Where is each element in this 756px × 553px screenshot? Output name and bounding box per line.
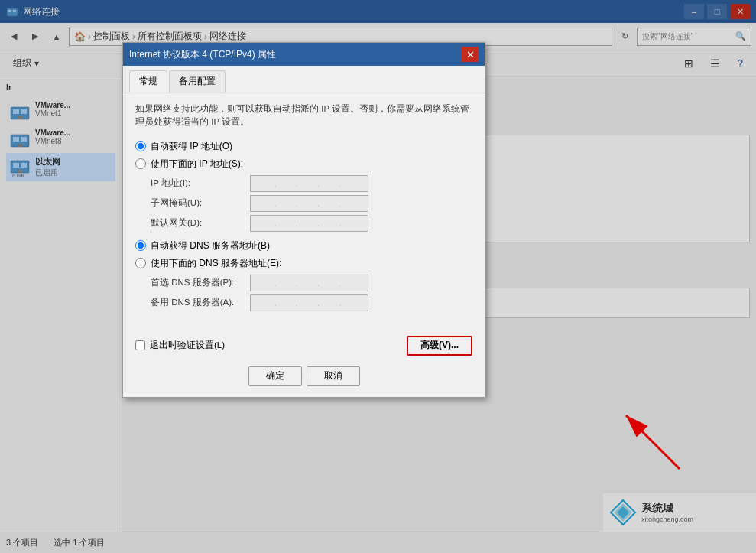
alternate-dns-input[interactable]: . . . . — [250, 294, 368, 311]
manual-dns-label: 使用下面的 DNS 服务器地址(E): — [151, 257, 281, 270]
auto-dns-label: 自动获得 DNS 服务器地址(B) — [151, 239, 270, 252]
dialog-close-button[interactable]: ✕ — [462, 47, 479, 62]
gateway-input[interactable]: . . . . — [250, 215, 368, 232]
auto-ip-radio[interactable] — [135, 141, 146, 151]
alternate-dns-label: 备用 DNS 服务器(A): — [151, 297, 250, 308]
auto-ip-group: 自动获得 IP 地址(O) — [135, 140, 472, 153]
auto-ip-radio-label[interactable]: 自动获得 IP 地址(O) — [135, 140, 472, 153]
advanced-button[interactable]: 高级(V)... — [407, 336, 472, 356]
dialog-btn-row: 退出时验证设置(L) 高级(V)... — [123, 328, 485, 366]
dns-fields: 首选 DNS 服务器(P): . . . . 备用 DNS 服务器(A): . … — [151, 275, 472, 311]
dns-section: 自动获得 DNS 服务器地址(B) 使用下面的 DNS 服务器地址(E): 首选… — [135, 239, 472, 311]
subnet-input[interactable]: . . . . — [250, 195, 368, 212]
dialog-title-bar: Internet 协议版本 4 (TCP/IPv4) 属性 ✕ — [123, 43, 485, 66]
ok-button[interactable]: 确定 — [248, 366, 302, 386]
validate-checkbox[interactable] — [135, 340, 145, 350]
auto-dns-radio[interactable] — [135, 240, 146, 251]
manual-ip-group: 使用下面的 IP 地址(S): — [135, 158, 472, 171]
tab-bar: 常规 备用配置 — [123, 66, 485, 93]
manual-dns-radio-label[interactable]: 使用下面的 DNS 服务器地址(E): — [135, 257, 472, 270]
alternate-dns-row: 备用 DNS 服务器(A): . . . . — [151, 294, 472, 311]
dialog-description: 如果网络支持此功能，则可以获取自动指派的 IP 设置。否则，你需要从网络系统管理… — [135, 102, 472, 129]
auto-ip-label: 自动获得 IP 地址(O) — [151, 140, 232, 153]
auto-dns-group: 自动获得 DNS 服务器地址(B) — [135, 239, 472, 252]
manual-ip-radio[interactable] — [135, 158, 146, 169]
ip-fields: IP 地址(I): . . . . 子网掩码(U): . . . . 默认网关(… — [151, 175, 472, 232]
preferred-dns-row: 首选 DNS 服务器(P): . . . . — [151, 275, 472, 291]
manual-dns-radio[interactable] — [135, 258, 146, 268]
tcpip-dialog: Internet 协议版本 4 (TCP/IPv4) 属性 ✕ 常规 备用配置 … — [122, 42, 485, 398]
ip-address-label: IP 地址(I): — [151, 177, 250, 189]
preferred-dns-label: 首选 DNS 服务器(P): — [151, 277, 250, 288]
dialog-confirm-row: 确定 取消 — [123, 366, 485, 397]
main-window: 网络连接 – □ ✕ ◀ ▶ ▲ 🏠 › 控制面板 › 所有控制面板项 › 网络… — [0, 0, 756, 553]
tab-general[interactable]: 常规 — [129, 70, 167, 93]
auto-dns-radio-label[interactable]: 自动获得 DNS 服务器地址(B) — [135, 239, 472, 252]
tab-alternate[interactable]: 备用配置 — [169, 70, 226, 93]
cancel-button[interactable]: 取消 — [307, 366, 360, 386]
validate-label: 退出时验证设置(L) — [150, 340, 225, 351]
subnet-row: 子网掩码(U): . . . . — [151, 195, 472, 212]
subnet-label: 子网掩码(U): — [151, 197, 250, 209]
gateway-row: 默认网关(D): . . . . — [151, 215, 472, 232]
validate-checkbox-area: 退出时验证设置(L) — [135, 340, 402, 351]
manual-ip-radio-label[interactable]: 使用下面的 IP 地址(S): — [135, 158, 472, 171]
ip-address-row: IP 地址(I): . . . . — [151, 175, 472, 192]
dialog-body: 如果网络支持此功能，则可以获取自动指派的 IP 设置。否则，你需要从网络系统管理… — [123, 93, 485, 328]
dialog-action-btns: 高级(V)... — [407, 336, 472, 356]
manual-ip-label: 使用下面的 IP 地址(S): — [151, 158, 243, 171]
ip-address-input[interactable]: . . . . — [250, 175, 368, 192]
manual-dns-group: 使用下面的 DNS 服务器地址(E): — [135, 257, 472, 270]
preferred-dns-input[interactable]: . . . . — [250, 275, 368, 291]
dialog-title-text: Internet 协议版本 4 (TCP/IPv4) 属性 — [129, 48, 462, 61]
gateway-label: 默认网关(D): — [151, 217, 250, 229]
